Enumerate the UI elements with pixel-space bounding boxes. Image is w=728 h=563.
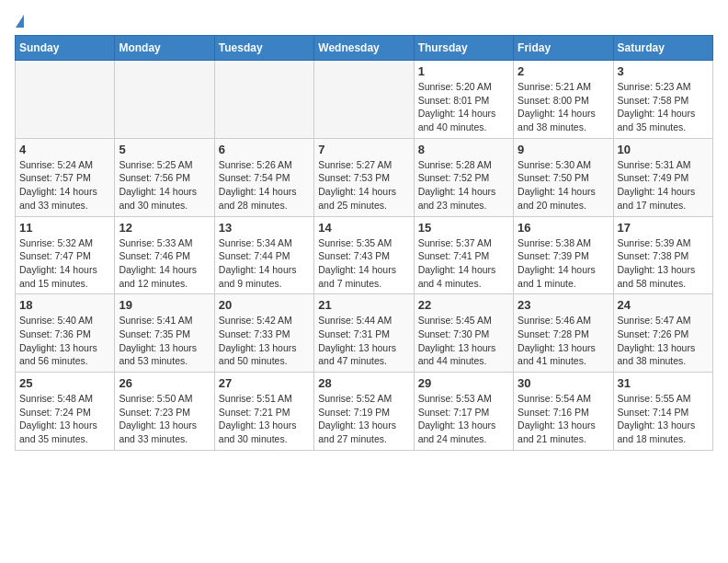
day-number: 8 [418, 143, 509, 156]
day-number: 23 [518, 298, 609, 312]
day-info: Sunrise: 5:31 AM Sunset: 7:49 PM Dayligh… [618, 158, 709, 213]
calendar-cell: 2Sunrise: 5:21 AM Sunset: 8:00 PM Daylig… [514, 61, 613, 139]
calendar-cell [115, 61, 214, 139]
day-info: Sunrise: 5:30 AM Sunset: 7:50 PM Dayligh… [518, 158, 609, 213]
calendar-cell: 26Sunrise: 5:50 AM Sunset: 7:23 PM Dayli… [115, 373, 214, 451]
day-number: 5 [119, 143, 210, 156]
calendar-cell: 29Sunrise: 5:53 AM Sunset: 7:17 PM Dayli… [414, 373, 513, 451]
day-number: 3 [618, 64, 709, 78]
day-info: Sunrise: 5:47 AM Sunset: 7:26 PM Dayligh… [618, 314, 709, 368]
day-number: 10 [618, 143, 709, 156]
day-number: 29 [418, 376, 509, 390]
calendar-cell: 7Sunrise: 5:27 AM Sunset: 7:53 PM Daylig… [314, 138, 414, 216]
day-number: 1 [418, 64, 509, 78]
day-number: 11 [19, 221, 110, 235]
day-info: Sunrise: 5:52 AM Sunset: 7:19 PM Dayligh… [318, 392, 409, 446]
weekday-header-row: SundayMondayTuesdayWednesdayThursdayFrid… [16, 36, 713, 61]
day-number: 19 [119, 298, 210, 312]
day-number: 18 [19, 298, 110, 312]
calendar-cell: 6Sunrise: 5:26 AM Sunset: 7:54 PM Daylig… [214, 138, 313, 216]
calendar-cell: 3Sunrise: 5:23 AM Sunset: 7:58 PM Daylig… [613, 61, 712, 139]
weekday-header-saturday: Saturday [613, 36, 712, 61]
calendar-cell: 11Sunrise: 5:32 AM Sunset: 7:47 PM Dayli… [16, 216, 115, 294]
calendar-cell: 20Sunrise: 5:42 AM Sunset: 7:33 PM Dayli… [214, 294, 313, 373]
day-number: 2 [518, 64, 609, 78]
calendar-table: SundayMondayTuesdayWednesdayThursdayFrid… [15, 35, 713, 451]
day-info: Sunrise: 5:55 AM Sunset: 7:14 PM Dayligh… [618, 392, 709, 446]
calendar-cell: 31Sunrise: 5:55 AM Sunset: 7:14 PM Dayli… [613, 373, 712, 451]
calendar-week-1: 1Sunrise: 5:20 AM Sunset: 8:01 PM Daylig… [16, 61, 713, 139]
day-number: 16 [518, 221, 609, 235]
calendar-cell: 12Sunrise: 5:33 AM Sunset: 7:46 PM Dayli… [115, 216, 214, 294]
calendar-cell: 23Sunrise: 5:46 AM Sunset: 7:28 PM Dayli… [514, 294, 613, 373]
day-info: Sunrise: 5:50 AM Sunset: 7:23 PM Dayligh… [119, 392, 210, 446]
day-number: 6 [219, 143, 310, 156]
day-info: Sunrise: 5:37 AM Sunset: 7:41 PM Dayligh… [418, 236, 509, 291]
day-info: Sunrise: 5:38 AM Sunset: 7:39 PM Dayligh… [518, 236, 609, 291]
calendar-cell: 14Sunrise: 5:35 AM Sunset: 7:43 PM Dayli… [314, 216, 414, 294]
calendar-cell: 21Sunrise: 5:44 AM Sunset: 7:31 PM Dayli… [314, 294, 414, 373]
day-info: Sunrise: 5:39 AM Sunset: 7:38 PM Dayligh… [618, 236, 709, 291]
day-number: 30 [518, 376, 609, 390]
day-number: 7 [318, 143, 409, 156]
calendar-cell: 30Sunrise: 5:54 AM Sunset: 7:16 PM Dayli… [514, 373, 613, 451]
day-number: 13 [219, 221, 310, 235]
day-info: Sunrise: 5:41 AM Sunset: 7:35 PM Dayligh… [119, 314, 210, 368]
day-number: 25 [19, 376, 110, 390]
day-info: Sunrise: 5:40 AM Sunset: 7:36 PM Dayligh… [19, 314, 110, 368]
day-info: Sunrise: 5:27 AM Sunset: 7:53 PM Dayligh… [318, 158, 409, 213]
day-info: Sunrise: 5:33 AM Sunset: 7:46 PM Dayligh… [119, 236, 210, 291]
calendar-cell: 8Sunrise: 5:28 AM Sunset: 7:52 PM Daylig… [414, 138, 513, 216]
day-info: Sunrise: 5:42 AM Sunset: 7:33 PM Dayligh… [219, 314, 310, 368]
day-info: Sunrise: 5:51 AM Sunset: 7:21 PM Dayligh… [219, 392, 310, 446]
logo-triangle-icon [16, 15, 24, 28]
day-number: 26 [119, 376, 210, 390]
day-number: 28 [318, 376, 409, 390]
weekday-header-thursday: Thursday [414, 36, 513, 61]
day-info: Sunrise: 5:44 AM Sunset: 7:31 PM Dayligh… [318, 314, 409, 368]
calendar-body: 1Sunrise: 5:20 AM Sunset: 8:01 PM Daylig… [16, 61, 713, 451]
calendar-header: SundayMondayTuesdayWednesdayThursdayFrid… [16, 36, 713, 61]
day-info: Sunrise: 5:53 AM Sunset: 7:17 PM Dayligh… [418, 392, 509, 446]
day-number: 15 [418, 221, 509, 235]
day-info: Sunrise: 5:48 AM Sunset: 7:24 PM Dayligh… [19, 392, 110, 446]
day-number: 12 [119, 221, 210, 235]
day-info: Sunrise: 5:20 AM Sunset: 8:01 PM Dayligh… [418, 80, 509, 134]
calendar-cell: 22Sunrise: 5:45 AM Sunset: 7:30 PM Dayli… [414, 294, 513, 373]
day-info: Sunrise: 5:35 AM Sunset: 7:43 PM Dayligh… [318, 236, 409, 291]
calendar-cell: 1Sunrise: 5:20 AM Sunset: 8:01 PM Daylig… [414, 61, 513, 139]
calendar-week-2: 4Sunrise: 5:24 AM Sunset: 7:57 PM Daylig… [16, 138, 713, 216]
day-number: 17 [618, 221, 709, 235]
weekday-header-tuesday: Tuesday [214, 36, 313, 61]
calendar-cell: 17Sunrise: 5:39 AM Sunset: 7:38 PM Dayli… [613, 216, 712, 294]
day-number: 4 [19, 143, 110, 156]
day-number: 21 [318, 298, 409, 312]
weekday-header-sunday: Sunday [16, 36, 115, 61]
calendar-cell: 27Sunrise: 5:51 AM Sunset: 7:21 PM Dayli… [214, 373, 313, 451]
calendar-cell: 28Sunrise: 5:52 AM Sunset: 7:19 PM Dayli… [314, 373, 414, 451]
weekday-header-monday: Monday [115, 36, 214, 61]
day-info: Sunrise: 5:46 AM Sunset: 7:28 PM Dayligh… [518, 314, 609, 368]
calendar-cell: 24Sunrise: 5:47 AM Sunset: 7:26 PM Dayli… [613, 294, 712, 373]
calendar-week-4: 18Sunrise: 5:40 AM Sunset: 7:36 PM Dayli… [16, 294, 713, 373]
calendar-cell: 4Sunrise: 5:24 AM Sunset: 7:57 PM Daylig… [16, 138, 115, 216]
day-number: 27 [219, 376, 310, 390]
day-info: Sunrise: 5:23 AM Sunset: 7:58 PM Dayligh… [618, 80, 709, 134]
calendar-cell [314, 61, 414, 139]
day-info: Sunrise: 5:45 AM Sunset: 7:30 PM Dayligh… [418, 314, 509, 368]
calendar-cell [214, 61, 313, 139]
weekday-header-friday: Friday [514, 36, 613, 61]
day-info: Sunrise: 5:54 AM Sunset: 7:16 PM Dayligh… [518, 392, 609, 446]
day-info: Sunrise: 5:26 AM Sunset: 7:54 PM Dayligh… [219, 158, 310, 213]
day-info: Sunrise: 5:28 AM Sunset: 7:52 PM Dayligh… [418, 158, 509, 213]
logo [15, 15, 24, 28]
day-number: 22 [418, 298, 509, 312]
day-info: Sunrise: 5:21 AM Sunset: 8:00 PM Dayligh… [518, 80, 609, 134]
day-number: 14 [318, 221, 409, 235]
calendar-cell: 9Sunrise: 5:30 AM Sunset: 7:50 PM Daylig… [514, 138, 613, 216]
day-info: Sunrise: 5:34 AM Sunset: 7:44 PM Dayligh… [219, 236, 310, 291]
calendar-cell: 5Sunrise: 5:25 AM Sunset: 7:56 PM Daylig… [115, 138, 214, 216]
calendar-cell: 16Sunrise: 5:38 AM Sunset: 7:39 PM Dayli… [514, 216, 613, 294]
day-number: 24 [618, 298, 709, 312]
calendar-week-5: 25Sunrise: 5:48 AM Sunset: 7:24 PM Dayli… [16, 373, 713, 451]
